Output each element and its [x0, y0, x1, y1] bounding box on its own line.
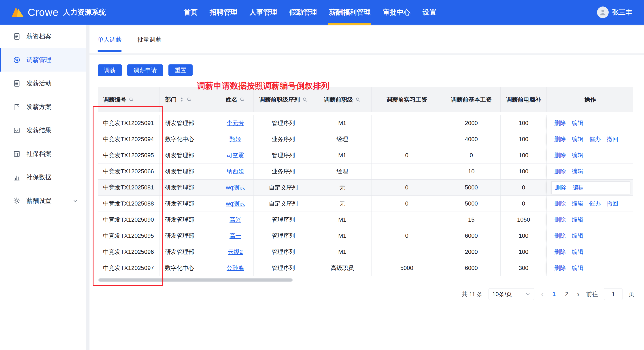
- delete-link[interactable]: 删除: [554, 248, 566, 256]
- nav-item-0[interactable]: 首页: [178, 0, 204, 24]
- cell-adjust-code: 中竞发TX12025094: [98, 131, 160, 147]
- nav-item-6[interactable]: 设置: [416, 0, 442, 24]
- employee-name-link[interactable]: 纳西妲: [226, 168, 244, 175]
- edit-link[interactable]: 编辑: [572, 119, 584, 127]
- table-body: 中竞发TX12025091研发管理部李元芳管理序列M12000100删除编辑中竞…: [98, 115, 633, 276]
- withdraw-link[interactable]: 撤回: [607, 200, 618, 208]
- delete-link[interactable]: 删除: [554, 200, 566, 208]
- column-header-label: 操作: [584, 96, 596, 104]
- sidebar-item-5[interactable]: 社保档案: [0, 142, 86, 166]
- edit-link[interactable]: 编辑: [572, 168, 584, 175]
- toolbar-button-1[interactable]: 调薪申请: [127, 64, 163, 76]
- delete-link[interactable]: 删除: [555, 184, 566, 192]
- employee-name-link[interactable]: 公孙离: [226, 264, 244, 272]
- nav-item-2[interactable]: 人事管理: [243, 0, 283, 24]
- nav-item-4[interactable]: 薪酬福利管理: [323, 0, 377, 24]
- cell-name: wq测试: [217, 180, 254, 196]
- cell-pre-intern-salary: [372, 131, 442, 147]
- edit-link[interactable]: 编辑: [572, 248, 584, 256]
- employee-name-link[interactable]: 司空震: [226, 152, 244, 159]
- delete-link[interactable]: 删除: [554, 232, 566, 240]
- withdraw-link[interactable]: 撤回: [607, 135, 618, 143]
- sidebar-item-0[interactable]: 薪资档案: [0, 24, 86, 48]
- employee-name-link[interactable]: 甄姬: [230, 135, 241, 143]
- toolbar-button-0[interactable]: 调薪: [98, 64, 122, 76]
- nav-item-3[interactable]: 假勤管理: [283, 0, 323, 24]
- employee-name-link[interactable]: 高一: [230, 232, 241, 240]
- sidebar-item-6[interactable]: 社保数据: [0, 166, 86, 189]
- user-menu[interactable]: 张三丰: [597, 6, 632, 18]
- prev-page-button[interactable]: ‹: [540, 290, 545, 298]
- edit-link[interactable]: 编辑: [572, 184, 584, 192]
- cell-department: 研发管理部: [160, 164, 217, 179]
- sidebar-item-4[interactable]: 发薪结果: [0, 118, 86, 142]
- cell-department: 研发管理部: [160, 115, 217, 131]
- sidebar-item-7[interactable]: 薪酬设置: [0, 189, 86, 212]
- employee-name-link[interactable]: wq测试: [226, 184, 245, 192]
- toolbar-button-2[interactable]: 重置: [168, 64, 192, 76]
- sidebar-item-2[interactable]: 发薪活动: [0, 72, 86, 95]
- search-icon[interactable]: [240, 97, 245, 102]
- sidebar-item-1[interactable]: 调薪管理: [0, 48, 86, 72]
- column-header-label: 姓名: [226, 96, 237, 104]
- sidebar-item-label: 发薪方案: [26, 103, 52, 111]
- edit-link[interactable]: 编辑: [572, 216, 584, 224]
- cell-pre-level: 经理: [313, 131, 372, 147]
- cell-pre-computer-allowance: 100: [500, 115, 547, 131]
- goto-page-input[interactable]: [604, 288, 623, 300]
- cell-pre-computer-allowance: 100: [500, 148, 547, 163]
- tab-0[interactable]: 单人调薪: [98, 26, 122, 54]
- urge-link[interactable]: 催办: [589, 135, 601, 143]
- page-number-2[interactable]: 2: [563, 291, 570, 298]
- employee-name-link[interactable]: 高兴: [230, 216, 241, 224]
- search-icon[interactable]: [355, 97, 360, 102]
- table-row-3: 中竞发TX12025066研发管理部纳西妲业务序列经理10100删除编辑: [98, 164, 633, 180]
- main-nav: 首页招聘管理人事管理假勤管理薪酬福利管理审批中心设置: [178, 0, 442, 24]
- page-number-1[interactable]: 1: [550, 291, 557, 298]
- cell-pre-series: 管理序列: [254, 148, 313, 163]
- nav-item-5[interactable]: 审批中心: [377, 0, 416, 24]
- cell-pre-intern-salary: [372, 115, 442, 131]
- table-row-6: 中竞发TX12025090研发管理部高兴管理序列M1151050删除编辑: [98, 212, 633, 228]
- cell-adjust-code: 中竞发TX12025095: [98, 228, 160, 244]
- employee-name-link[interactable]: wq测试: [226, 200, 245, 208]
- delete-link[interactable]: 删除: [554, 216, 566, 224]
- delete-link[interactable]: 删除: [554, 135, 566, 143]
- table-row-2: 中竞发TX12025095研发管理部司空震管理序列M100100删除编辑: [98, 148, 633, 164]
- cell-department: 数字化中心: [160, 131, 217, 147]
- delete-link[interactable]: 删除: [554, 264, 566, 272]
- table-row-7: 中竞发TX12025095研发管理部高一管理序列M106000100删除编辑: [98, 228, 633, 244]
- urge-link[interactable]: 催办: [589, 200, 601, 208]
- sort-icon[interactable]: [179, 97, 184, 102]
- cell-name: 云缨2: [217, 244, 254, 260]
- cell-actions: 删除编辑: [547, 212, 633, 228]
- edit-link[interactable]: 编辑: [572, 152, 584, 159]
- edit-link[interactable]: 编辑: [572, 135, 584, 143]
- cell-pre-intern-salary: [372, 212, 442, 228]
- search-icon[interactable]: [128, 97, 134, 102]
- sidebar: 薪资档案调薪管理发薪活动发薪方案发薪结果社保档案社保数据薪酬设置: [0, 24, 86, 350]
- cell-actions: 删除编辑催办撤回: [547, 131, 633, 147]
- cell-department: 研发管理部: [160, 228, 217, 244]
- delete-link[interactable]: 删除: [554, 168, 566, 175]
- page-size-select[interactable]: 10条/页: [488, 288, 534, 300]
- sidebar-item-3[interactable]: 发薪方案: [0, 95, 86, 118]
- delete-link[interactable]: 删除: [554, 119, 566, 127]
- employee-name-link[interactable]: 李元芳: [226, 119, 244, 127]
- employee-name-link[interactable]: 云缨2: [228, 248, 243, 256]
- tab-1[interactable]: 批量调薪: [137, 26, 162, 54]
- nav-item-1[interactable]: 招聘管理: [204, 0, 243, 24]
- next-page-button[interactable]: ›: [576, 290, 580, 298]
- edit-link[interactable]: 编辑: [572, 232, 584, 240]
- cell-pre-level: 高级职员: [313, 260, 372, 276]
- table-row-1: 中竞发TX12025094数字化中心甄姬业务序列经理4000100删除编辑催办撤…: [98, 131, 633, 148]
- delete-link[interactable]: 删除: [554, 152, 566, 159]
- search-icon[interactable]: [302, 97, 308, 102]
- edit-link[interactable]: 编辑: [572, 200, 584, 208]
- brand: Crowe 人力资源系统: [12, 6, 106, 18]
- sidebar-item-label: 调薪管理: [26, 56, 52, 64]
- salary-adjust-icon: [13, 56, 20, 64]
- search-icon[interactable]: [186, 97, 192, 102]
- edit-link[interactable]: 编辑: [572, 264, 584, 272]
- horizontal-scrollbar-thumb[interactable]: [98, 278, 292, 282]
